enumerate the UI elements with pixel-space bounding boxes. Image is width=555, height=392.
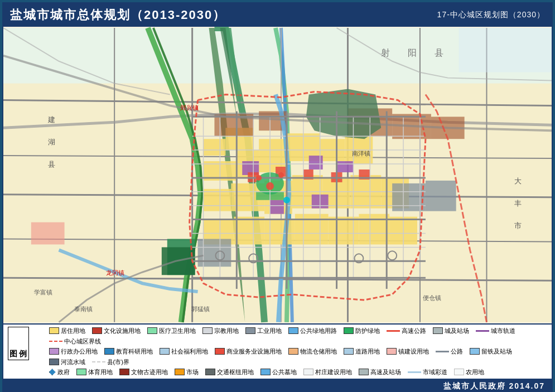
svg-rect-54	[426, 181, 456, 211]
legend-religious: 宗教用地	[202, 327, 239, 335]
legend-label-transport-hub: 交通枢纽用地	[217, 368, 254, 376]
svg-point-109	[283, 197, 290, 204]
legend-boundary: 中心城区界线	[49, 337, 101, 346]
legend-label-religious: 宗教用地	[214, 327, 239, 335]
legend-content: 居住用地 文化设施用地 医疗卫生用地 宗教用地	[49, 327, 547, 376]
legend-row-3: 政府 体育用地 文物古迹用地 市场	[49, 368, 547, 376]
legend-label-river: 河流水域	[61, 358, 85, 366]
legend-line-boundary	[49, 341, 62, 342]
legend-box-residential	[49, 327, 59, 334]
legend-box-religious	[202, 327, 213, 334]
legend-box-industrial	[245, 327, 255, 334]
legend-box-medical	[147, 327, 157, 334]
legend-public-green: 公共绿地用路	[288, 327, 337, 335]
legend-box-culture	[92, 327, 102, 334]
legend-row-1: 居住用地 文化设施用地 医疗卫生用地 宗教用地	[49, 327, 547, 346]
legend-label-city-road: 市域彩道	[423, 368, 447, 376]
legend-label-admin: 行政办公用地	[61, 347, 98, 356]
legend-gov: 政府	[49, 368, 70, 376]
legend-industrial: 工业用地	[245, 327, 282, 335]
svg-rect-35	[359, 214, 389, 245]
header: 盐城市城市总体规划（2013-2030） 17-中心城区规划图（2030）	[3, 3, 552, 27]
legend-box-public-green	[288, 327, 298, 334]
map-svg: 建 湖 县 射 阳 县 大 丰 市 郊兴镇 南洋镇 龙冈镇 学富镇 泰南镇 郭猛…	[3, 27, 552, 323]
legend-protect-green: 防护绿地	[344, 327, 380, 335]
svg-text:湖: 湖	[48, 138, 55, 146]
legend-label-protect-green: 防护绿地	[355, 327, 380, 335]
legend-box-railway	[470, 348, 480, 355]
svg-rect-34	[329, 217, 359, 245]
legend-label-highway: 高速公路	[402, 327, 426, 335]
legend-box-commercial	[215, 348, 225, 355]
legend-label-industrial: 工业用地	[257, 327, 282, 335]
outer-container: 盐城市城市总体规划（2013-2030） 17-中心城区规划图（2030）	[0, 0, 555, 392]
legend-logistics: 物流仓储用地	[288, 347, 337, 356]
svg-rect-40	[270, 200, 284, 214]
legend-label-welfare: 社会福利用地	[171, 347, 208, 356]
svg-text:丰: 丰	[514, 199, 522, 207]
legend-label-rail: 城市轨道	[491, 327, 515, 335]
legend-welfare: 社会福利用地	[160, 347, 208, 356]
legend-label-county: 县(市)界	[107, 358, 129, 366]
legend-label-sport: 体育用地	[88, 368, 113, 376]
legend-railway: 留铁及站场	[470, 347, 512, 356]
legend-box-gov	[49, 369, 56, 375]
svg-rect-31	[234, 217, 264, 245]
legend-edu: 教育科研用地	[104, 347, 153, 356]
legend-market: 市场	[175, 368, 199, 376]
legend-box-logistics	[288, 348, 298, 355]
legend-box-express-station	[359, 369, 369, 375]
footer: 盐城市人民政府 2014.07	[3, 379, 552, 392]
legend-box-sport	[76, 369, 86, 375]
legend-box-cemetery	[260, 369, 271, 375]
legend-label-edu: 教育科研用地	[116, 347, 153, 356]
svg-rect-15	[204, 139, 226, 156]
svg-text:学富镇: 学富镇	[34, 289, 52, 296]
legend-label-express-station: 高速及站场	[370, 368, 401, 376]
legend-county: 县(市)界	[92, 358, 129, 366]
legend-box-farmland	[454, 369, 464, 375]
legend-area: 图例 居住用地 文化设施用地 医疗	[3, 323, 552, 379]
svg-text:便仓镇: 便仓镇	[423, 294, 441, 301]
legend-road: 道路用地	[344, 347, 380, 356]
svg-text:郊兴镇: 郊兴镇	[180, 104, 199, 111]
legend-label-commercial: 商业服务业设施用地	[226, 347, 282, 356]
legend-line-city-road	[408, 371, 421, 373]
svg-text:建: 建	[47, 115, 55, 124]
legend-heritage: 文物古迹用地	[119, 368, 168, 376]
legend-admin: 行政办公用地	[49, 347, 98, 356]
svg-rect-93	[459, 28, 552, 72]
legend-box-protect-green	[344, 327, 354, 334]
svg-text:射　阳　县: 射 阳 县	[381, 48, 448, 57]
legend-box-welfare	[160, 348, 170, 355]
svg-rect-39	[337, 161, 354, 172]
legend-label-medical: 医疗卫生用地	[159, 327, 196, 335]
legend-line-rail	[476, 330, 489, 332]
legend-line-highway	[387, 330, 400, 332]
svg-rect-23	[204, 189, 231, 211]
legend-label-gov: 政府	[57, 368, 70, 376]
legend-box-town-build	[387, 348, 397, 355]
legend-road2: 公路	[436, 347, 463, 356]
legend-box-admin	[49, 348, 59, 355]
legend-line-road2	[436, 351, 449, 352]
legend-label-railway: 留铁及站场	[481, 347, 512, 356]
legend-box-city-station	[433, 327, 443, 334]
footer-text: 盐城市人民政府 2014.07	[443, 381, 546, 391]
svg-point-111	[278, 172, 284, 178]
svg-text:县: 县	[48, 160, 55, 168]
svg-rect-33	[295, 214, 329, 245]
legend-rail: 城市轨道	[476, 327, 515, 335]
legend-label-culture: 文化设施用地	[104, 327, 141, 335]
legend-line-county	[92, 361, 105, 362]
map-area: 建 湖 县 射 阳 县 大 丰 市 郊兴镇 南洋镇 龙冈镇 学富镇 泰南镇 郭猛…	[3, 27, 552, 323]
legend-row-2: 行政办公用地 教育科研用地 社会福利用地 商业服务业设施用地	[49, 347, 547, 366]
svg-text:大: 大	[514, 177, 522, 185]
legend-highway: 高速公路	[387, 327, 426, 335]
svg-rect-53	[392, 183, 426, 211]
legend-commercial: 商业服务业设施用地	[215, 347, 282, 356]
legend-transport-hub: 交通枢纽用地	[205, 368, 254, 376]
legend-label-heritage: 文物古迹用地	[131, 368, 168, 376]
legend-label-town-build: 镇建设用地	[398, 347, 429, 356]
legend-box-heritage	[119, 369, 129, 375]
